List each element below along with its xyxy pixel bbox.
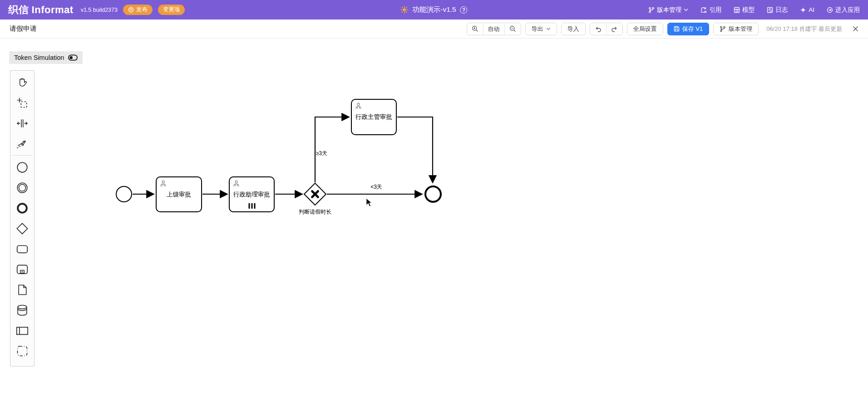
- reference-icon: [700, 7, 707, 13]
- create-task-icon[interactable]: [10, 239, 34, 259]
- token-simulation-button[interactable]: Token Simulation: [9, 51, 83, 64]
- ai-sparkle-icon: [800, 7, 806, 13]
- global-settings-button[interactable]: 全局设置: [627, 23, 663, 35]
- create-data-store-icon[interactable]: [10, 300, 34, 320]
- help-icon[interactable]: ?: [460, 6, 468, 14]
- task-label: 上级审批: [167, 190, 191, 199]
- log-icon: [767, 7, 773, 13]
- nav-log[interactable]: 日志: [767, 6, 788, 14]
- multi-instance-parallel-marker: [248, 203, 255, 209]
- task-label: 行政助理审批: [233, 190, 270, 199]
- undo-icon: [595, 26, 602, 32]
- zoom-in-button[interactable]: [467, 23, 483, 35]
- last-updated-label: 06/20 17:18 肖建宇 最后更新: [766, 25, 842, 33]
- task-label: 行政主管审批: [355, 113, 392, 121]
- model-grid-icon: [734, 7, 740, 13]
- export-button[interactable]: 导出: [525, 23, 557, 35]
- lasso-tool-icon[interactable]: [10, 93, 34, 113]
- redo-icon: [611, 26, 618, 32]
- close-icon: [853, 26, 858, 32]
- user-task-icon: [355, 102, 362, 110]
- sun-icon: [400, 6, 408, 14]
- app-header: 织信 Informat v1.5 build2373 发布 变更项 功能演示-v…: [0, 0, 868, 20]
- flow-label-lt3days[interactable]: <3天: [369, 183, 384, 191]
- publish-label: 发布: [136, 6, 148, 14]
- flow-label-ge3days[interactable]: ≥3天: [316, 150, 327, 157]
- branch-icon: [648, 7, 655, 13]
- chevron-down-icon: [684, 8, 688, 11]
- create-start-event-icon[interactable]: [10, 157, 34, 177]
- end-event[interactable]: [424, 186, 442, 203]
- publish-button[interactable]: 发布: [123, 5, 153, 15]
- zoom-auto-button[interactable]: 自动: [483, 23, 504, 35]
- version-management-button[interactable]: 版本管理: [713, 23, 759, 35]
- nav-model[interactable]: 模型: [734, 6, 755, 14]
- changes-button[interactable]: 变更项: [158, 5, 185, 15]
- task-superior-approval[interactable]: 上级审批: [156, 176, 202, 212]
- create-intermediate-event-icon[interactable]: [10, 177, 34, 198]
- editor-toolbar: 请假申请 自动 导出 导入 全局设置: [0, 20, 868, 39]
- create-data-object-icon[interactable]: [10, 279, 34, 300]
- zoom-out-button[interactable]: [504, 23, 521, 35]
- toggle-icon: [68, 54, 78, 61]
- bpmn-palette: [10, 70, 35, 366]
- user-task-icon: [159, 180, 167, 187]
- start-event[interactable]: [116, 186, 132, 202]
- task-admin-assistant-approval[interactable]: 行政助理审批: [229, 176, 275, 212]
- create-group-icon[interactable]: [10, 341, 34, 361]
- nav-version-management[interactable]: 版本管理: [648, 6, 688, 14]
- enter-app-icon: [827, 7, 833, 13]
- undo-redo-group: [590, 23, 623, 35]
- create-subprocess-icon[interactable]: [10, 259, 34, 279]
- nav-reference[interactable]: 引用: [700, 6, 721, 14]
- save-icon: [674, 26, 680, 32]
- chevron-down-icon: [546, 27, 551, 30]
- app-logo: 织信 Informat: [8, 3, 74, 17]
- palette-separator: [13, 155, 32, 156]
- redo-button[interactable]: [606, 23, 622, 35]
- save-button[interactable]: 保存 V1: [667, 23, 710, 35]
- create-participant-icon[interactable]: [10, 320, 34, 341]
- build-version-label: v1.5 build2373: [81, 7, 118, 13]
- token-simulation-label: Token Simulation: [14, 54, 64, 61]
- space-tool-icon[interactable]: [10, 113, 34, 133]
- user-task-icon: [232, 180, 240, 187]
- document-title: 功能演示-v1.5: [412, 5, 456, 15]
- diagram-canvas[interactable]: [0, 39, 868, 420]
- branch-icon: [720, 26, 726, 32]
- create-gateway-icon[interactable]: [10, 218, 34, 239]
- changes-label: 变更项: [163, 6, 180, 14]
- zoom-control-group: 自动: [467, 23, 521, 35]
- zoom-in-icon: [472, 25, 478, 32]
- gateway-label[interactable]: 判断请假时长: [296, 208, 334, 216]
- nav-ai[interactable]: AI: [800, 6, 814, 13]
- zoom-out-icon: [509, 25, 516, 32]
- undo-button[interactable]: [590, 23, 606, 35]
- hand-tool-icon[interactable]: [10, 72, 34, 93]
- close-button[interactable]: [853, 26, 858, 32]
- task-admin-supervisor-approval[interactable]: 行政主管审批: [351, 99, 397, 135]
- process-title: 请假申请: [10, 24, 37, 33]
- create-end-event-icon[interactable]: [10, 198, 34, 218]
- import-button[interactable]: 导入: [561, 23, 586, 35]
- global-connect-tool-icon[interactable]: [10, 133, 34, 154]
- publish-icon: [128, 7, 134, 13]
- nav-enter-app[interactable]: 进入应用: [827, 6, 860, 14]
